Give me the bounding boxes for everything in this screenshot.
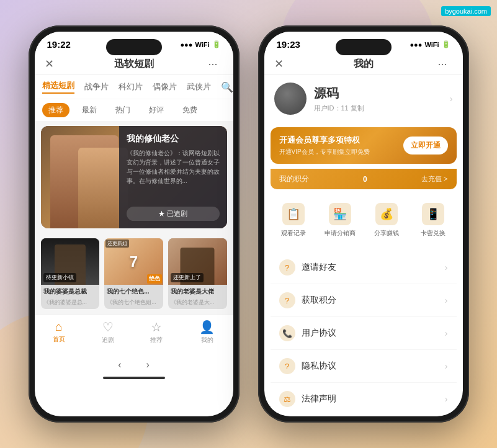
- thumb-title-1: 我的七个绝色...: [104, 285, 163, 298]
- filter-btn-3[interactable]: 好评: [143, 103, 170, 117]
- video-thumb-2[interactable]: 还更新上了 我的老婆是大佬 《我的老婆是大...: [168, 238, 227, 309]
- profile-id: 用户ID：11 复制: [314, 104, 442, 113]
- user-icon: 👤: [199, 320, 215, 334]
- bottom-nav-home[interactable]: ⌂ 首页: [53, 320, 65, 344]
- vip-main-text: 开通会员尊享多项特权: [279, 135, 370, 146]
- video-thumb-1[interactable]: 7 绝色 还更新姐 我的七个绝色... 《我的七个绝色姐...: [104, 238, 163, 309]
- menu-chevron-1: ›: [445, 295, 448, 305]
- profile-chevron-icon: ›: [450, 94, 453, 104]
- cat-tab-4[interactable]: 武侠片: [187, 81, 211, 92]
- category-tabs: 精选短剧 战争片 科幻片 偶像片 武侠片 🔍: [35, 75, 233, 99]
- menu-item-4[interactable]: ⚖ 法律声明 ›: [271, 383, 457, 415]
- phone-left: 19:22 ●●● WiFi 🔋 ✕ 迅软短剧 ··· 精选短剧 战争片 科幻片…: [29, 25, 240, 423]
- time-left: 19:22: [47, 39, 71, 50]
- page-title-right: 我的: [289, 58, 438, 71]
- cat-tab-1[interactable]: 战争片: [84, 81, 109, 92]
- phone-right: 19:23 ●●● WiFi 🔋 ✕ 我的 ··· 源码: [258, 25, 469, 423]
- featured-title: 我的修仙老公: [127, 133, 220, 145]
- share-earn-icon: 💰: [375, 203, 398, 225]
- menu-section: ? 邀请好友 › ? 获取积分 › 📞 用户协议 › ? 隐私协议 ›: [271, 251, 457, 415]
- nav-bar-right: ✕ 我的 ···: [264, 53, 463, 75]
- filter-btn-4[interactable]: 免费: [176, 103, 204, 117]
- privacy-policy-icon: ?: [279, 358, 295, 374]
- bottom-nav-profile[interactable]: 👤 我的: [199, 320, 215, 344]
- home-bar-left: [103, 377, 165, 379]
- cat-tab-3[interactable]: 偶像片: [153, 81, 177, 92]
- menu-chevron-4: ›: [445, 394, 448, 404]
- menu-item-text-0: 邀请好友: [302, 262, 439, 273]
- func-item-3[interactable]: 📱 卡密兑换: [410, 203, 457, 238]
- vip-banner[interactable]: 开通会员尊享多项特权 开通VIP会员，专享剧集立即免费 立即开通: [271, 127, 457, 164]
- thumb-img-2: 还更新上了: [168, 238, 227, 285]
- user-agreement-icon: 📞: [279, 325, 295, 341]
- video-grid: 待更新小镇 我的婆婆是总裁 《我的婆婆是总... 7 绝色 还更新姐: [35, 233, 233, 314]
- bottom-nav-following[interactable]: ♡ 追剧: [102, 320, 114, 344]
- video-thumb-0[interactable]: 待更新小镇 我的婆婆是总裁 《我的婆婆是总...: [41, 238, 100, 309]
- menu-chevron-2: ›: [445, 328, 448, 338]
- menu-item-0[interactable]: ? 邀请好友 ›: [271, 251, 457, 284]
- points-value: 0: [363, 175, 367, 184]
- back-arrow[interactable]: ‹: [118, 359, 121, 370]
- menu-item-text-4: 法律声明: [302, 393, 439, 405]
- close-icon-right[interactable]: ✕: [274, 57, 289, 71]
- get-points-icon: ?: [279, 292, 295, 308]
- points-label: 我的积分: [279, 174, 309, 184]
- func-label-2: 分享赚钱: [374, 229, 399, 238]
- func-item-0[interactable]: 📋 观看记录: [271, 203, 317, 238]
- more-icon-right[interactable]: ···: [438, 58, 453, 71]
- featured-desc: 《我的修仙老公》：该网络短剧以玄幻为背景，讲述了一位普通女子与一位修仙者相爱并结…: [127, 148, 220, 186]
- forward-arrow[interactable]: ›: [146, 359, 150, 370]
- search-icon[interactable]: 🔍: [221, 81, 233, 93]
- page-title-left: 迅软短剧: [60, 58, 208, 71]
- func-item-2[interactable]: 💰 分享赚钱: [364, 203, 410, 238]
- bottom-label-recommend: 推荐: [150, 336, 163, 344]
- cat-tab-0[interactable]: 精选短剧: [42, 80, 74, 94]
- thumb-img-0: 待更新小镇: [41, 238, 100, 285]
- filter-btn-2[interactable]: 热门: [109, 103, 137, 117]
- thumb-sub-2: 《我的老婆是大...: [168, 298, 227, 309]
- vip-text-area: 开通会员尊享多项特权 开通VIP会员，专享剧集立即免费: [279, 135, 370, 156]
- func-label-0: 观看记录: [281, 229, 306, 238]
- nav-bar-left: ✕ 迅软短剧 ···: [35, 53, 233, 75]
- thumb-title-2: 我的老婆是大佬: [168, 285, 227, 298]
- time-right: 19:23: [277, 39, 300, 50]
- bottom-nav-left: ⌂ 首页 ♡ 追剧 ☆ 推荐 👤 我的: [35, 314, 233, 357]
- close-icon-left[interactable]: ✕: [45, 57, 60, 71]
- watermark: bygoukai.com: [441, 6, 491, 16]
- profile-header[interactable]: 源码 用户ID：11 复制 ›: [264, 75, 463, 122]
- status-icons-left: ●●● WiFi 🔋: [180, 40, 220, 48]
- watched-badge[interactable]: ★ 已追剧: [127, 207, 220, 221]
- thumb-label-0: 待更新小镇: [43, 273, 76, 282]
- thumb-title-0: 我的婆婆是总裁: [41, 285, 100, 298]
- bottom-nav-recommend[interactable]: ☆ 推荐: [150, 320, 163, 344]
- points-action-button[interactable]: 去充值 >: [421, 174, 447, 184]
- vip-open-button[interactable]: 立即开通: [403, 137, 448, 155]
- filter-btn-0[interactable]: 推荐: [42, 103, 69, 117]
- menu-item-text-1: 获取积分: [302, 295, 439, 306]
- home-icon: ⌂: [55, 320, 63, 334]
- menu-item-1[interactable]: ? 获取积分 ›: [271, 284, 457, 317]
- menu-item-text-3: 隐私协议: [302, 361, 439, 372]
- profile-info: 源码 用户ID：11 复制: [314, 85, 442, 113]
- status-icons-right: ●●● WiFi 🔋: [410, 40, 450, 48]
- menu-item-2[interactable]: 📞 用户协议 ›: [271, 317, 457, 350]
- filter-btn-1[interactable]: 最新: [76, 103, 103, 117]
- dynamic-island-right: [336, 39, 392, 55]
- function-row: 📋 观看记录 🏪 申请分销商 💰 分享赚钱 📱 卡密兑换: [271, 194, 457, 246]
- watch-history-icon: 📋: [282, 203, 305, 225]
- menu-item-3[interactable]: ? 隐私协议 ›: [271, 350, 457, 383]
- home-indicator-left: [35, 373, 233, 382]
- more-icon-left[interactable]: ···: [208, 58, 223, 71]
- card-redeem-icon: 📱: [422, 203, 444, 225]
- thumb-sub-1: 《我的七个绝色姐...: [104, 298, 163, 309]
- func-item-1[interactable]: 🏪 申请分销商: [317, 203, 364, 238]
- thumb-label-2: 还更新上了: [171, 273, 204, 282]
- avatar: [274, 83, 307, 115]
- featured-overlay: 我的修仙老公 《我的修仙老公》：该网络短剧以玄幻为背景，讲述了一位普通女子与一位…: [119, 126, 227, 228]
- menu-item-text-2: 用户协议: [302, 328, 439, 339]
- heart-icon: ♡: [102, 320, 114, 334]
- avatar-img: [274, 83, 307, 115]
- bottom-label-profile: 我的: [201, 336, 213, 344]
- featured-card[interactable]: 我的修仙老公 《我的修仙老公》：该网络短剧以玄幻为背景，讲述了一位普通女子与一位…: [41, 126, 227, 228]
- cat-tab-2[interactable]: 科幻片: [119, 81, 143, 92]
